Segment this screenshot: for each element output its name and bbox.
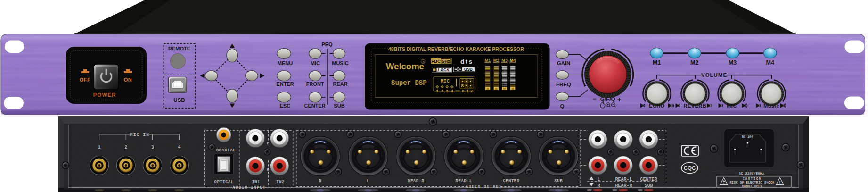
svg-text:L: L	[367, 179, 369, 184]
svg-text:88: 88	[503, 88, 506, 90]
svg-text:48BITS DIGITAL REVERB/ECHO KAR: 48BITS DIGITAL REVERB/ECHO KARAOKE PROCE…	[388, 46, 524, 52]
svg-text:ECHO: ECHO	[649, 103, 665, 109]
svg-text:MIC: MIC	[311, 60, 320, 66]
svg-text:MIC: MIC	[727, 103, 737, 109]
svg-text:CQC: CQC	[684, 165, 696, 171]
svg-text:IN2: IN2	[276, 179, 284, 184]
svg-text:POWER: POWER	[93, 92, 116, 98]
svg-text:MIC IN: MIC IN	[130, 132, 149, 137]
svg-text:R: R	[598, 183, 600, 188]
svg-text:R: R	[319, 179, 322, 184]
svg-text:MUSIC: MUSIC	[332, 60, 349, 66]
svg-text:D: D	[462, 89, 464, 94]
svg-text:ON: ON	[124, 77, 132, 83]
svg-text:R: R	[267, 167, 269, 172]
svg-text:VOLUME: VOLUME	[701, 72, 727, 78]
svg-text:1: 1	[436, 89, 438, 94]
svg-text:MENU: MENU	[278, 60, 293, 66]
svg-text:88: 88	[495, 88, 498, 90]
svg-text:CENTER: CENTER	[640, 177, 657, 182]
svg-text:–: –	[593, 95, 597, 102]
svg-text:M3: M3	[729, 59, 737, 66]
svg-text:G/F/Q: G/F/Q	[600, 96, 615, 102]
svg-text:MIC: MIC	[441, 78, 450, 84]
svg-text:REVERB: REVERB	[684, 103, 707, 109]
svg-text:CENTER: CENTER	[503, 179, 520, 184]
svg-text:M3: M3	[501, 58, 508, 63]
svg-text:!: !	[778, 181, 781, 185]
svg-text:M1: M1	[485, 58, 491, 63]
svg-text:REAR-R: REAR-R	[408, 179, 425, 184]
svg-text:3: 3	[446, 89, 448, 94]
svg-text:2: 2	[441, 89, 443, 94]
svg-text:M2: M2	[493, 58, 500, 63]
svg-text:SUB: SUB	[644, 183, 653, 188]
svg-text:Super DSP: Super DSP	[391, 79, 427, 87]
svg-text:M2: M2	[690, 59, 698, 66]
svg-text:3: 3	[151, 145, 154, 150]
svg-text:Q: Q	[560, 103, 565, 109]
svg-text:BC-104: BC-104	[742, 135, 753, 139]
svg-text:1: 1	[98, 145, 101, 150]
svg-text:CAUTION: CAUTION	[743, 177, 762, 181]
svg-text:ESC: ESC	[280, 103, 291, 109]
svg-text:SUB: SUB	[334, 103, 344, 109]
svg-text:Music: Music	[763, 103, 779, 109]
svg-text:L: L	[267, 141, 269, 145]
svg-text:+: +	[617, 95, 622, 103]
svg-text:AC 220V/50Hz: AC 220V/50Hz	[739, 172, 764, 175]
svg-text:REMOTE: REMOTE	[168, 46, 190, 51]
svg-text:FBC: FBC	[431, 58, 441, 64]
svg-text:USB: USB	[464, 67, 473, 72]
svg-text:M4: M4	[510, 58, 516, 63]
svg-text:88: 88	[511, 88, 514, 90]
svg-text:REAR-R: REAR-R	[615, 183, 632, 188]
svg-text:1: 1	[467, 89, 469, 94]
svg-text:COAXIAL: COAXIAL	[216, 148, 236, 153]
svg-text:CENTER: CENTER	[304, 103, 326, 109]
svg-text:5Hz: 5Hz	[442, 58, 450, 64]
svg-text:2: 2	[470, 89, 473, 94]
svg-text:LOCK: LOCK	[438, 67, 450, 72]
svg-text:AUDIO INPUT: AUDIO INPUT	[233, 185, 266, 190]
svg-text:ENTER: ENTER	[276, 81, 294, 87]
svg-text:REAR-L: REAR-L	[615, 177, 632, 182]
svg-text:L: L	[598, 177, 600, 182]
svg-text:88: 88	[486, 88, 489, 90]
svg-text:4: 4	[178, 145, 181, 150]
svg-text:4: 4	[451, 89, 453, 94]
svg-text:M1: M1	[653, 59, 661, 66]
svg-text:dts: dts	[460, 58, 474, 65]
svg-text:FREQ: FREQ	[556, 82, 571, 87]
svg-text:AUDIO OUTPUT: AUDIO OUTPUT	[466, 184, 502, 189]
svg-text:USB: USB	[173, 97, 185, 103]
svg-text:U: U	[461, 84, 464, 87]
svg-text:GAIN: GAIN	[557, 60, 571, 66]
svg-text:IN1: IN1	[252, 179, 260, 184]
svg-text:OPTICAL: OPTICAL	[214, 180, 234, 184]
svg-text:PEQ: PEQ	[321, 42, 333, 47]
svg-text:REAR-L: REAR-L	[455, 179, 472, 184]
svg-text:OFF: OFF	[80, 77, 91, 83]
svg-text:M4: M4	[766, 59, 774, 66]
svg-text:FRONT: FRONT	[306, 81, 324, 87]
svg-text:SUB: SUB	[554, 179, 563, 184]
svg-text:REAR: REAR	[333, 81, 347, 87]
svg-text:Welcome: Welcome	[386, 61, 424, 71]
svg-text:DONOT OPEN: DONOT OPEN	[742, 184, 762, 188]
svg-text:2: 2	[124, 145, 127, 150]
